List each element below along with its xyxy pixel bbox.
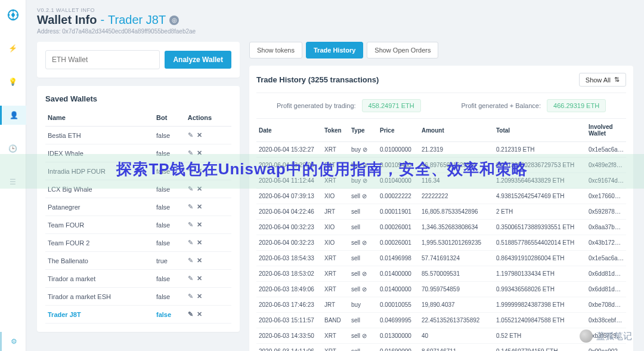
saved-wallet-row[interactable]: IDEX Whalefalse✎✕ xyxy=(45,144,231,162)
saved-wallet-row[interactable]: Tirador a marketfalse✎✕ xyxy=(45,270,231,288)
nav-list-icon[interactable]: ☰ xyxy=(0,173,26,192)
trade-wallet-link[interactable]: 0xb3f672982f31... xyxy=(586,328,626,344)
saved-wallet-row[interactable]: Team FOUR 2false✎✕ xyxy=(45,234,231,252)
address-row: Address: 0x7d7a48a2d34450ecd084a89ff9055… xyxy=(37,28,633,35)
version-label: V0.2.1 WALLET INFO xyxy=(37,7,633,13)
trade-date: 2020-06-03 14:11:06 xyxy=(256,344,322,352)
edit-icon[interactable]: ✎ xyxy=(188,292,193,300)
trade-token: XIO xyxy=(322,235,349,251)
show-all-select[interactable]: Show All⇅ xyxy=(579,73,626,87)
trade-token: XRT xyxy=(322,328,349,344)
edit-icon[interactable]: ✎ xyxy=(188,239,193,247)
trade-type: sell ⊘ xyxy=(349,189,377,204)
trade-wallet-link[interactable]: 0x6dd81d5d90a... xyxy=(586,282,626,297)
trade-wallet-link[interactable]: 0x6dd81d5d90a... xyxy=(586,266,626,282)
delete-icon[interactable]: ✕ xyxy=(197,275,202,282)
delete-icon[interactable]: ✕ xyxy=(197,221,202,229)
delete-icon[interactable]: ✕ xyxy=(197,185,202,193)
tab-history[interactable]: Trade History xyxy=(306,42,363,59)
edit-icon[interactable]: ✎ xyxy=(188,149,193,157)
trade-wallet-link[interactable]: 0xe176603a291f... xyxy=(586,189,626,204)
trade-wallet-link[interactable]: 0x489e2f84d9a1... xyxy=(586,158,626,173)
nav-bulb-icon[interactable]: 💡 xyxy=(0,72,26,91)
delete-icon[interactable]: ✕ xyxy=(197,257,202,264)
search-card: Analyze Wallet xyxy=(37,42,240,78)
saved-wallet-row[interactable]: The Ballenatotrue✎✕ xyxy=(45,252,231,270)
analyze-button[interactable]: Analyze Wallet xyxy=(165,51,231,69)
wallet-bot: false xyxy=(154,198,185,216)
delete-icon[interactable]: ✕ xyxy=(197,203,202,211)
trade-total: 2 ETH xyxy=(494,204,586,220)
edit-icon[interactable]: ✎ xyxy=(188,203,193,211)
wallet-bot: false xyxy=(154,127,185,144)
col-bot: Bot xyxy=(154,109,185,127)
wallet-name: Bestia ETH xyxy=(45,127,154,144)
hcol-wallet: Involved Wallet xyxy=(586,119,626,142)
trade-token: XRT xyxy=(322,282,349,297)
tab-tokens[interactable]: Show tokens xyxy=(249,42,302,59)
trade-wallet-link[interactable]: 0x00ca9022e61... xyxy=(586,344,626,352)
hcol-type: Type xyxy=(349,119,377,142)
col-name: Name xyxy=(45,109,154,127)
trade-token: JRT xyxy=(322,204,349,220)
edit-icon[interactable]: ✎ xyxy=(188,185,193,193)
saved-wallet-row[interactable]: Trader J8Tfalse✎✕ xyxy=(45,306,231,324)
edit-icon[interactable]: ✎ xyxy=(188,131,193,139)
saved-wallet-row[interactable]: LCX Big Whalefalse✎✕ xyxy=(45,180,231,198)
trade-type: sell ⊘ xyxy=(349,235,377,251)
trade-date: 2020-06-04 00:32:23 xyxy=(256,235,322,251)
trade-price: 0.01496998 xyxy=(377,251,419,266)
trade-token: XRT xyxy=(322,251,349,266)
trade-date: 2020-06-03 18:49:06 xyxy=(256,282,322,297)
nav-settings-icon[interactable]: ⚙ xyxy=(0,332,26,351)
trade-row: 2020-06-04 07:39:13XIOsell ⊘0.0002222222… xyxy=(256,189,626,204)
trade-wallet-link[interactable]: 0x592878b0483... xyxy=(586,204,626,220)
saved-wallet-row[interactable]: Team FOURfalse✎✕ xyxy=(45,216,231,234)
saved-wallet-row[interactable]: Intradia HDP FOURfalse✎✕ xyxy=(45,162,231,180)
hcol-date: Date xyxy=(256,119,322,142)
tab-orders[interactable]: Show Open Orders xyxy=(367,42,438,59)
trade-wallet-link[interactable]: 0xc91674d315cc... xyxy=(586,173,626,189)
trade-wallet-link[interactable]: 0x1e5ac6a2663f... xyxy=(586,251,626,266)
delete-icon[interactable]: ✕ xyxy=(197,131,202,139)
history-title: Trade History (3255 transactions) xyxy=(256,75,379,84)
wallet-name: Intradia HDP FOUR xyxy=(45,162,154,180)
delete-icon[interactable]: ✕ xyxy=(197,167,202,175)
trade-amount: 116.34 xyxy=(419,173,494,189)
wallet-bot: false xyxy=(154,270,185,288)
trade-date: 2020-06-04 07:39:13 xyxy=(256,189,322,204)
nav-bolt-icon[interactable]: ⚡ xyxy=(0,39,26,58)
trade-wallet-link[interactable]: 0x43b17219ecd9... xyxy=(586,235,626,251)
delete-icon[interactable]: ✕ xyxy=(197,239,202,247)
edit-icon[interactable]: ✎ xyxy=(188,167,193,175)
saved-wallet-row[interactable]: Tirador a market ESHfalse✎✕ xyxy=(45,288,231,306)
trade-wallet-link[interactable]: 0xb38cebfbf22a... xyxy=(586,313,626,328)
etherscan-icon[interactable]: ◎ xyxy=(169,16,179,25)
edit-icon[interactable]: ✎ xyxy=(188,275,193,282)
edit-icon[interactable]: ✎ xyxy=(188,310,193,318)
trade-token: XRT xyxy=(322,344,349,352)
edit-icon[interactable]: ✎ xyxy=(188,257,193,264)
nav-history-icon[interactable]: 🕒 xyxy=(0,139,26,158)
trade-date: 2020-06-04 00:32:23 xyxy=(256,220,322,235)
saved-wallet-row[interactable]: Patanegrerfalse✎✕ xyxy=(45,198,231,216)
trade-row: 2020-06-04 11:12:44XRTbuy ⊘0.01040000116… xyxy=(256,173,626,189)
trade-wallet-link[interactable]: 0x8aa37b0631a... xyxy=(586,220,626,235)
hcol-amount: Amount xyxy=(419,119,494,142)
trade-type: sell ⊘ xyxy=(349,328,377,344)
trade-wallet-link[interactable]: 0xbe708d227f6d... xyxy=(586,297,626,313)
address-value: 0x7d7a48a2d34450ecd084a89ff9055bed8faeb2… xyxy=(62,28,196,35)
title-main: Wallet Info xyxy=(37,13,97,27)
delete-icon[interactable]: ✕ xyxy=(197,292,202,300)
trade-type: sell xyxy=(349,204,377,220)
trade-wallet-link[interactable]: 0x1e5ac6a2663f... xyxy=(586,142,626,158)
wallet-bot: false xyxy=(154,306,185,324)
trade-row: 2020-06-04 00:32:23XIOsell ⊘0.000260011,… xyxy=(256,235,626,251)
saved-wallet-row[interactable]: Bestia ETHfalse✎✕ xyxy=(45,127,231,144)
delete-icon[interactable]: ✕ xyxy=(197,149,202,157)
edit-icon[interactable]: ✎ xyxy=(188,221,193,229)
delete-icon[interactable]: ✕ xyxy=(197,310,202,318)
trade-total: 1.999999824387398 ETH xyxy=(494,297,586,313)
nav-wallet-icon[interactable]: 👤 xyxy=(0,106,26,125)
wallet-input[interactable] xyxy=(45,50,160,69)
